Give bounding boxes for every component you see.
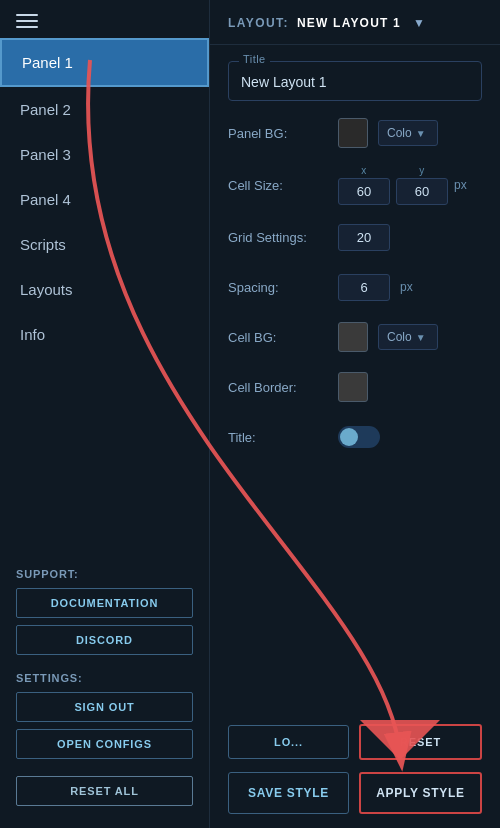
support-label: SUPPORT:	[16, 568, 193, 580]
panel-bg-color-swatch[interactable]	[338, 118, 368, 148]
hamburger-icon[interactable]	[16, 14, 38, 28]
cell-border-color-swatch[interactable]	[338, 372, 368, 402]
grid-settings-row: Grid Settings:	[228, 219, 482, 255]
cell-size-y-label: y	[419, 165, 425, 176]
title-input[interactable]	[241, 72, 469, 92]
settings-label: SETTINGS:	[16, 672, 193, 684]
open-configs-button[interactable]: OPEN CONFIGS	[16, 729, 193, 759]
cell-bg-dropdown-arrow-icon: ▼	[416, 332, 426, 343]
spacing-px-label: px	[400, 280, 413, 294]
cell-bg-label: Cell BG:	[228, 330, 328, 345]
sidebar-bottom: RESET ALL	[0, 766, 209, 828]
sidebar-item-panel2[interactable]: Panel 2	[0, 87, 209, 132]
reset-all-button[interactable]: RESET ALL	[16, 776, 193, 806]
cell-border-label: Cell Border:	[228, 380, 328, 395]
toggle-track	[338, 426, 380, 448]
main-header: LAYOUT: NEW LAYOUT 1 ▼	[210, 0, 500, 45]
apply-style-button[interactable]: APPLY STYLE	[359, 772, 482, 814]
cell-size-label: Cell Size:	[228, 178, 328, 193]
save-style-button[interactable]: SAVE STYLE	[228, 772, 349, 814]
cell-size-x-input[interactable]	[338, 178, 390, 205]
cell-size-px-label: px	[454, 178, 467, 192]
toggle-thumb	[340, 428, 358, 446]
cell-bg-row: Cell BG: Colo ▼	[228, 319, 482, 355]
sidebar-item-info[interactable]: Info	[0, 312, 209, 357]
cell-size-y-container: y	[396, 165, 448, 205]
cell-bg-color-dropdown[interactable]: Colo ▼	[378, 324, 438, 350]
discord-button[interactable]: DISCORD	[16, 625, 193, 655]
sidebar-nav: Panel 1 Panel 2 Panel 3 Panel 4 Scripts …	[0, 38, 209, 556]
cell-border-row: Cell Border:	[228, 369, 482, 405]
layout-prefix-label: LAYOUT:	[228, 16, 289, 30]
cell-size-group: x y px	[338, 165, 467, 205]
sign-out-button[interactable]: SIGN OUT	[16, 692, 193, 722]
title-field-group: Title	[228, 61, 482, 101]
spacing-label: Spacing:	[228, 280, 328, 295]
sidebar-item-panel3[interactable]: Panel 3	[0, 132, 209, 177]
layout-dropdown-arrow-icon[interactable]: ▼	[413, 16, 425, 30]
grid-settings-label: Grid Settings:	[228, 230, 328, 245]
sidebar-item-layouts[interactable]: Layouts	[0, 267, 209, 312]
main-content: LAYOUT: NEW LAYOUT 1 ▼ Title Panel BG: C…	[210, 0, 500, 828]
panel-bg-color-label: Colo	[387, 126, 412, 140]
sidebar-support-section: SUPPORT: DOCUMENTATION DISCORD	[0, 556, 209, 662]
title-toggle-row: Title:	[228, 419, 482, 455]
cell-bg-color-label: Colo	[387, 330, 412, 344]
cell-size-x-container: x	[338, 165, 390, 205]
sidebar: Panel 1 Panel 2 Panel 3 Panel 4 Scripts …	[0, 0, 210, 828]
cell-size-x-label: x	[361, 165, 367, 176]
cell-bg-color-swatch[interactable]	[338, 322, 368, 352]
action-row: LO... RESET	[210, 714, 500, 766]
title-legend: Title	[239, 53, 270, 65]
sidebar-item-panel1[interactable]: Panel 1	[0, 38, 209, 87]
title-toggle-label: Title:	[228, 430, 328, 445]
main-action-row: SAVE STYLE APPLY STYLE	[210, 766, 500, 828]
panel-bg-label: Panel BG:	[228, 126, 328, 141]
hamburger-menu[interactable]	[0, 0, 209, 38]
reset-button[interactable]: RESET	[359, 724, 482, 760]
documentation-button[interactable]: DOCUMENTATION	[16, 588, 193, 618]
load-button[interactable]: LO...	[228, 725, 349, 759]
cell-size-y-input[interactable]	[396, 178, 448, 205]
layout-name-label: NEW LAYOUT 1	[297, 16, 401, 30]
spacing-input[interactable]	[338, 274, 390, 301]
grid-settings-input[interactable]	[338, 224, 390, 251]
form-area: Title Panel BG: Colo ▼ Cell Size:	[210, 45, 500, 714]
panel-bg-color-dropdown[interactable]: Colo ▼	[378, 120, 438, 146]
panel-bg-row: Panel BG: Colo ▼	[228, 115, 482, 151]
panel-bg-dropdown-arrow-icon: ▼	[416, 128, 426, 139]
sidebar-settings-section: SETTINGS: SIGN OUT OPEN CONFIGS	[0, 662, 209, 766]
sidebar-item-panel4[interactable]: Panel 4	[0, 177, 209, 222]
sidebar-item-scripts[interactable]: Scripts	[0, 222, 209, 267]
spacing-row: Spacing: px	[228, 269, 482, 305]
cell-size-row: Cell Size: x y px	[228, 165, 482, 205]
title-toggle[interactable]	[338, 426, 380, 448]
